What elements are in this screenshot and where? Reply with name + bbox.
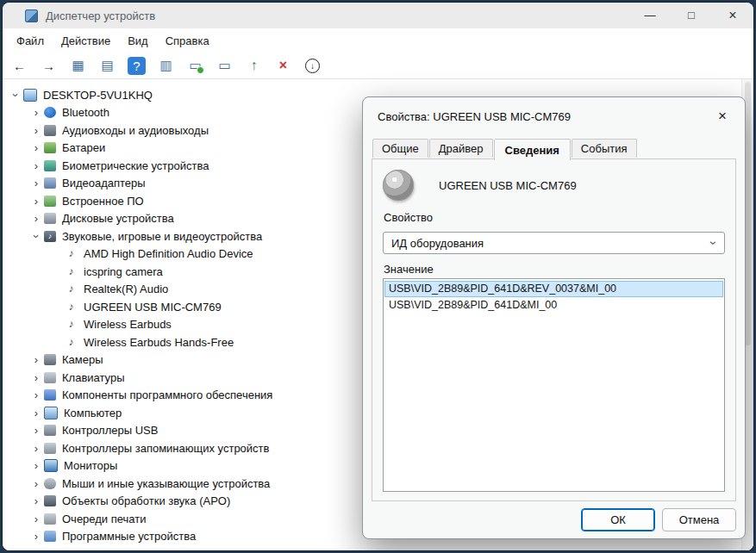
- software-device-icon: [44, 531, 56, 542]
- tree-item-label: Батареи: [62, 141, 105, 154]
- export-list-button[interactable]: ▤: [98, 57, 116, 75]
- chevron-collapsed-icon[interactable]: ›: [28, 353, 44, 366]
- scrollbar-thumb[interactable]: [745, 82, 751, 345]
- tree-item-label: Мониторы: [64, 459, 117, 472]
- update-driver-button[interactable]: ↑: [245, 57, 263, 75]
- audio-io-icon: [44, 125, 56, 136]
- close-button[interactable]: ×: [712, 3, 753, 28]
- monitor-icon: [44, 459, 58, 472]
- chevron-expanded-icon[interactable]: ›: [9, 87, 22, 103]
- chevron-collapsed-icon[interactable]: ›: [28, 494, 44, 507]
- forward-button[interactable]: →: [40, 57, 58, 75]
- tree-item-label: Звуковые, игровые и видеоустройства: [62, 230, 262, 243]
- disk-icon: [44, 213, 56, 224]
- title-bar[interactable]: Диспетчер устройств — □ ×: [3, 3, 753, 28]
- uninstall-device-button[interactable]: ×: [274, 57, 292, 75]
- tree-item-label: Видеоадаптеры: [62, 177, 146, 190]
- ok-button[interactable]: ОК: [581, 508, 655, 531]
- maximize-button[interactable]: □: [671, 3, 712, 28]
- camera-icon: [44, 354, 56, 365]
- tab-driver[interactable]: Драйвер: [429, 139, 493, 158]
- tree-item-label: Биометрические устройства: [62, 159, 209, 172]
- printer-icon: [44, 513, 56, 525]
- speaker-device-icon: [383, 170, 414, 201]
- scan-hardware-changes-button[interactable]: ▭: [186, 57, 204, 75]
- software-component-icon: [44, 389, 56, 401]
- remote-computer-button[interactable]: ▭: [216, 57, 234, 75]
- menu-item-2[interactable]: Вид: [119, 31, 157, 51]
- tree-item-label: Компоненты программного обеспечения: [62, 388, 272, 401]
- tree-item-label: Компьютер: [64, 407, 122, 419]
- speaker-icon: ♪: [65, 319, 78, 330]
- device-manager-app-icon: [25, 9, 38, 22]
- tree-item-label: Контроллеры запоминающих устройств: [62, 442, 269, 455]
- chevron-collapsed-icon[interactable]: ›: [28, 388, 44, 401]
- storage-icon: [44, 443, 56, 454]
- tree-item-label: AMD High Definition Audio Device: [84, 247, 253, 260]
- tab-details[interactable]: Сведения: [494, 139, 571, 160]
- chevron-collapsed-icon[interactable]: ›: [28, 141, 44, 154]
- speaker-icon: ♪: [65, 283, 78, 295]
- chevron-collapsed-icon[interactable]: ›: [28, 106, 44, 119]
- tree-item-label: icspring camera: [84, 265, 163, 278]
- chevron-collapsed-icon[interactable]: ›: [28, 459, 44, 472]
- speaker-icon: ♪: [65, 248, 78, 259]
- chevron-collapsed-icon[interactable]: ›: [28, 513, 44, 525]
- tree-item-label: Bluetooth: [62, 106, 109, 119]
- device-manager-window: Диспетчер устройств — □ × ФайлДействиеВи…: [3, 3, 753, 550]
- chevron-collapsed-icon[interactable]: ›: [28, 124, 44, 137]
- back-button[interactable]: ←: [10, 57, 28, 75]
- gpu-icon: [44, 177, 56, 189]
- property-dropdown-value: ИД оборудования: [391, 237, 484, 250]
- computer-icon: [23, 89, 37, 102]
- chevron-down-icon: ›: [708, 241, 722, 245]
- tree-item-label: Камеры: [62, 353, 103, 366]
- property-dropdown[interactable]: ИД оборудования ›: [383, 232, 725, 254]
- disable-device-button[interactable]: ↓: [305, 59, 320, 73]
- chevron-collapsed-icon[interactable]: ›: [28, 477, 44, 490]
- tree-item-label: Дисковые устройства: [62, 212, 174, 225]
- action-pane-button[interactable]: ▥: [157, 57, 175, 75]
- tree-item-label: Клавиатуры: [62, 371, 125, 384]
- menu-item-0[interactable]: Файл: [8, 31, 53, 51]
- cancel-button[interactable]: Отмена: [662, 508, 736, 531]
- help-button[interactable]: ?: [128, 57, 146, 75]
- tab-strip: ОбщиеДрайверСведенияСобытия: [372, 136, 638, 159]
- battery-icon: [44, 142, 56, 153]
- show-console-tree-button[interactable]: ▦: [69, 57, 87, 75]
- menu-item-3[interactable]: Справка: [157, 31, 218, 51]
- chevron-collapsed-icon[interactable]: ›: [28, 371, 44, 384]
- toolbar: ←→▦▤?▥▭▭↑×↓: [3, 53, 753, 79]
- tree-item-label: DESKTOP-5VU1KHQ: [43, 89, 153, 102]
- chevron-collapsed-icon[interactable]: ›: [28, 424, 44, 437]
- firmware-icon: [44, 196, 56, 207]
- tree-item-label: Объекты обработки звука (APO): [62, 494, 230, 507]
- hardware-id-row-0[interactable]: USB\VID_2B89&PID_641D&REV_0037&MI_00: [384, 281, 723, 297]
- chevron-collapsed-icon[interactable]: ›: [28, 442, 44, 455]
- window-title: Диспетчер устройств: [46, 9, 155, 22]
- menu-bar: ФайлДействиеВидСправка: [3, 28, 753, 53]
- computer-icon: [44, 407, 58, 419]
- speaker-icon: ♪: [65, 301, 78, 313]
- chevron-collapsed-icon[interactable]: ›: [28, 195, 44, 208]
- tab-events[interactable]: События: [572, 139, 637, 158]
- chevron-collapsed-icon[interactable]: ›: [28, 407, 44, 419]
- tree-item-label: Аудиовходы и аудиовыходы: [62, 124, 209, 137]
- hardware-id-list[interactable]: USB\VID_2B89&PID_641D&REV_0037&MI_00USB\…: [383, 278, 725, 492]
- tree-item-label: Программные устройства: [62, 530, 196, 543]
- menu-item-1[interactable]: Действие: [53, 31, 119, 51]
- usb-icon: [44, 425, 56, 436]
- hardware-id-row-1[interactable]: USB\VID_2B89&PID_641D&MI_00: [384, 297, 723, 314]
- minimize-button[interactable]: —: [629, 3, 671, 28]
- device-name: UGREEN USB MIC-CM769: [439, 179, 577, 192]
- chevron-collapsed-icon[interactable]: ›: [28, 212, 44, 225]
- chevron-expanded-icon[interactable]: ›: [30, 228, 43, 244]
- chevron-collapsed-icon[interactable]: ›: [28, 530, 44, 543]
- dialog-close-icon[interactable]: ×: [710, 105, 734, 127]
- tree-item-label: Wireless Earbuds Hands-Free: [84, 336, 234, 349]
- speaker-icon: ♪: [65, 337, 78, 348]
- chevron-collapsed-icon[interactable]: ›: [28, 177, 44, 190]
- chevron-collapsed-icon[interactable]: ›: [28, 159, 44, 172]
- tab-general[interactable]: Общие: [372, 139, 428, 158]
- tree-item-label: Мыши и иные указывающие устройства: [62, 477, 270, 490]
